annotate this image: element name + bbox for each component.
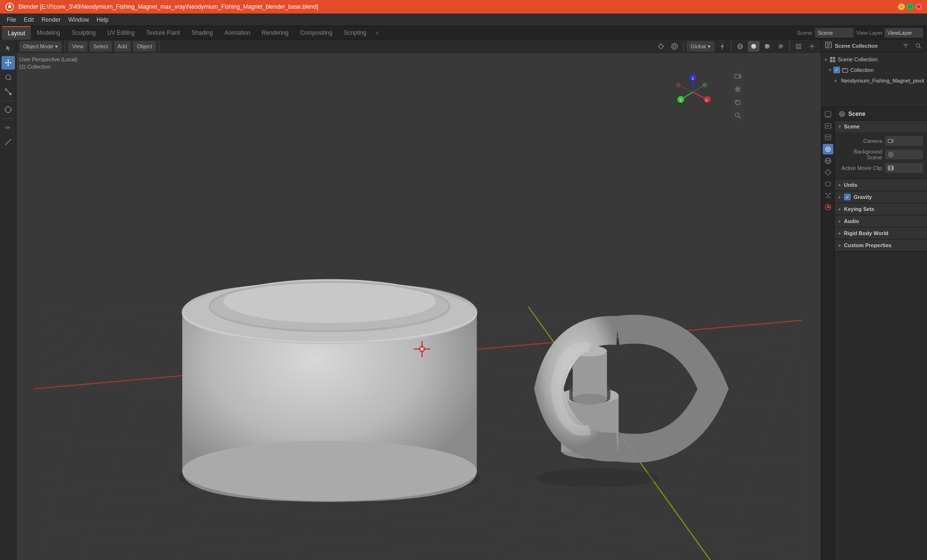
tab-compositing[interactable]: Compositing	[295, 26, 338, 40]
output-properties-tab[interactable]	[823, 121, 833, 131]
svg-text:X: X	[705, 98, 708, 102]
units-section-header[interactable]: ▸ Units	[835, 179, 927, 191]
view-menu[interactable]: View	[68, 41, 87, 52]
svg-line-5	[6, 90, 10, 94]
collection-icon	[842, 67, 848, 73]
maximize-button[interactable]: □	[907, 3, 913, 10]
active-movie-clip-value[interactable]	[885, 163, 923, 173]
svg-point-145	[829, 193, 830, 195]
outliner-icon	[825, 42, 832, 50]
solid-mode-icon[interactable]	[748, 41, 759, 52]
menu-bar: File Edit Render Window Help	[0, 14, 927, 26]
outliner-search-button[interactable]	[913, 41, 923, 51]
viewport-overlay-icon[interactable]	[793, 41, 804, 52]
outliner-item-scene-collection[interactable]: ▸ Scene Collection	[821, 54, 927, 65]
svg-point-20	[672, 43, 677, 49]
menu-render[interactable]: Render	[38, 15, 64, 24]
menu-edit[interactable]: Edit	[20, 15, 38, 24]
viewport-area[interactable]: Object Mode ▾ View Select Add Object	[16, 40, 821, 560]
annotate-tool-button[interactable]: ✏	[1, 121, 15, 134]
object-properties-tab[interactable]	[823, 167, 833, 178]
add-workspace-button[interactable]: +	[372, 28, 382, 38]
viewport-3d[interactable]: User Perspective (Local) (1) Collection …	[16, 53, 821, 560]
zoom-button[interactable]	[732, 110, 744, 121]
wireframe-mode-icon[interactable]	[734, 41, 746, 52]
object-menu[interactable]: Object	[133, 41, 156, 52]
outliner-filter-button[interactable]	[901, 41, 911, 51]
background-scene-value[interactable]	[885, 150, 923, 159]
world-properties-tab[interactable]	[823, 155, 833, 166]
view-layer-selector[interactable]: ViewLayer	[885, 28, 923, 38]
camera-value[interactable]	[885, 136, 923, 146]
title-bar: Blender [E:\!!!conv_3\49\Neodymium_Fishi…	[0, 0, 927, 14]
select-menu[interactable]: Select	[89, 41, 112, 52]
measure-tool-button[interactable]	[1, 135, 15, 149]
tab-uv-editing[interactable]: UV Editing	[101, 26, 140, 40]
cursor-tool-button[interactable]	[1, 42, 15, 55]
custom-properties-section-header[interactable]: ▸ Custom Properties	[835, 239, 927, 251]
scale-tool-button[interactable]	[1, 85, 15, 98]
tab-shading[interactable]: Shading	[186, 26, 219, 40]
scene-section-content: Camera Background Scene Ac	[835, 132, 927, 179]
header-separator-4	[731, 42, 731, 51]
material-mode-icon[interactable]	[761, 41, 773, 52]
svg-point-21	[721, 45, 724, 48]
svg-point-146	[826, 196, 828, 198]
tab-scripting[interactable]: Scripting	[338, 26, 372, 40]
move-tool-button[interactable]	[1, 56, 15, 70]
viewport-snap-icon[interactable]	[655, 41, 667, 52]
background-scene-label: Background Scene	[839, 149, 882, 160]
tab-sculpting[interactable]: Sculpting	[66, 26, 101, 40]
viewport-proportional-icon[interactable]	[669, 41, 680, 52]
menu-help[interactable]: Help	[93, 15, 112, 24]
particles-properties-tab[interactable]	[823, 190, 833, 201]
menu-file[interactable]: File	[3, 15, 20, 24]
svg-rect-159	[889, 167, 890, 169]
units-section: ▸ Units	[835, 179, 927, 191]
rotate-tool-button[interactable]	[1, 70, 15, 84]
background-scene-row: Background Scene	[839, 149, 923, 160]
modifier-properties-tab[interactable]	[823, 179, 833, 189]
svg-rect-104	[735, 74, 740, 78]
physics-properties-tab[interactable]	[823, 202, 833, 212]
grid-view-button[interactable]	[732, 84, 744, 95]
camera-view-button[interactable]	[732, 70, 744, 82]
render-preview-button[interactable]	[732, 97, 744, 108]
viewport-info: User Perspective (Local) (1) Collection	[19, 56, 77, 71]
transform-pivot-icon[interactable]	[716, 41, 728, 52]
rendered-mode-icon[interactable]	[775, 41, 787, 52]
tab-texture-paint[interactable]: Texture Paint	[140, 26, 186, 40]
gravity-checkbox[interactable]: ✓	[844, 194, 851, 200]
outliner-item-object[interactable]: ▸ Neodymium_Fishing_Magnet_pivot	[821, 75, 927, 86]
object-mode-selector[interactable]: Object Mode ▾	[19, 41, 62, 52]
keying-sets-arrow-icon: ▸	[839, 207, 841, 211]
minimize-button[interactable]: ─	[898, 3, 905, 10]
outliner-item-collection[interactable]: ▾ ✓ Collection	[821, 65, 927, 75]
scene-section-header[interactable]: ▾ Scene	[835, 121, 927, 132]
viewport-gizmo-icon[interactable]	[806, 41, 818, 52]
navigation-gizmo[interactable]: X Y Z	[671, 70, 715, 114]
add-menu[interactable]: Add	[114, 41, 131, 52]
render-properties-tab[interactable]	[823, 109, 833, 120]
tab-layout[interactable]: Layout	[2, 26, 31, 40]
global-transform-selector[interactable]: Global ▾	[687, 41, 715, 52]
scene-properties-tab[interactable]	[823, 144, 833, 154]
svg-line-151	[829, 206, 830, 207]
tab-animation[interactable]: Animation	[219, 26, 256, 40]
header-separator-1	[65, 42, 65, 51]
tab-rendering[interactable]: Rendering	[256, 26, 294, 40]
view-layer-properties-tab[interactable]	[823, 132, 833, 143]
svg-rect-135	[825, 135, 831, 137]
gravity-section-header[interactable]: ▸ ✓ Gravity	[835, 191, 927, 203]
menu-window[interactable]: Window	[64, 15, 93, 24]
svg-rect-137	[825, 140, 831, 140]
close-button[interactable]: ✕	[915, 3, 922, 10]
audio-section-header[interactable]: ▸ Audio	[835, 215, 927, 227]
tab-modeling[interactable]: Modeling	[31, 26, 66, 40]
collection-checkbox[interactable]: ✓	[833, 67, 840, 73]
rigid-body-world-section-header[interactable]: ▸ Rigid Body World	[835, 227, 927, 239]
properties-panel-header: Scene	[835, 107, 927, 121]
scene-selector[interactable]: Scene	[815, 28, 854, 38]
keying-sets-section-header[interactable]: ▸ Keying Sets	[835, 203, 927, 215]
transform-tool-button[interactable]	[1, 103, 15, 116]
